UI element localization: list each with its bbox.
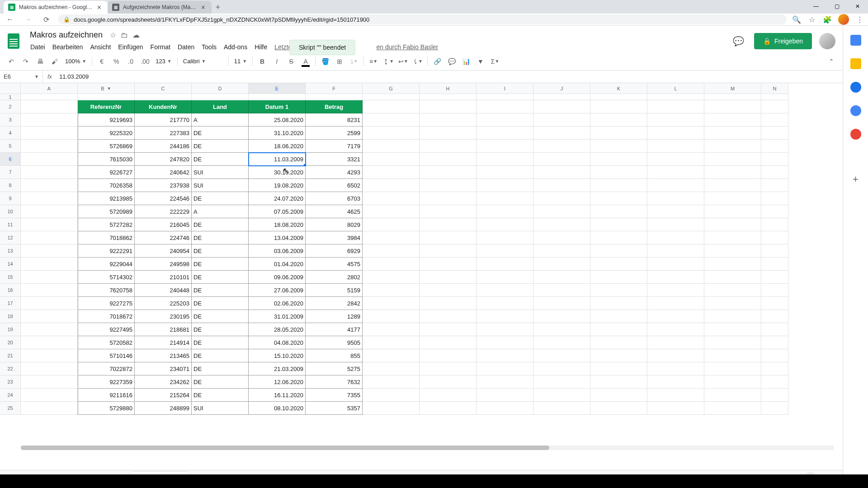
cell-C22[interactable]: 234071 xyxy=(135,362,192,375)
cell-K16[interactable] xyxy=(590,284,647,297)
cell-B11[interactable]: 5727282 xyxy=(78,218,135,231)
cell-N7[interactable] xyxy=(761,166,788,179)
cell-L24[interactable] xyxy=(647,389,704,402)
cell-D22[interactable]: DE xyxy=(192,362,249,375)
cell-M14[interactable] xyxy=(704,258,761,271)
cell-D7[interactable]: SUI xyxy=(192,166,249,179)
cell-B14[interactable]: 9229044 xyxy=(78,258,135,271)
cell-F18[interactable]: 1289 xyxy=(306,310,363,323)
cell-M21[interactable] xyxy=(704,349,761,362)
cell-H2[interactable] xyxy=(420,100,476,113)
cell-F19[interactable]: 4177 xyxy=(306,323,363,336)
cell-F2[interactable]: Betrag xyxy=(306,100,363,113)
row-header-11[interactable]: 11 xyxy=(0,218,21,231)
cell-M15[interactable] xyxy=(704,271,761,284)
cell-L21[interactable] xyxy=(647,349,704,362)
cell-E9[interactable]: 24.07.2020 xyxy=(249,192,306,205)
cell-E13[interactable]: 03.06.2009 xyxy=(249,244,306,258)
cell-I24[interactable] xyxy=(476,389,533,402)
menu-hilfe[interactable]: Hilfe xyxy=(251,42,270,52)
cell-A13[interactable] xyxy=(21,244,78,258)
cell-F10[interactable]: 4625 xyxy=(306,205,363,218)
cell-C10[interactable]: 222229 xyxy=(135,205,192,218)
cell-M4[interactable] xyxy=(704,127,761,140)
cell-N9[interactable] xyxy=(761,192,788,205)
cell-L17[interactable] xyxy=(647,297,704,310)
cell-H4[interactable] xyxy=(420,127,476,140)
cell-G7[interactable] xyxy=(363,166,420,179)
cell-B15[interactable]: 5714302 xyxy=(78,271,135,284)
row-header-12[interactable]: 12 xyxy=(0,231,21,244)
cell-L7[interactable] xyxy=(647,166,704,179)
cell-I21[interactable] xyxy=(476,349,533,362)
row-header-14[interactable]: 14 xyxy=(0,258,21,271)
cell-N24[interactable] xyxy=(761,389,788,402)
cell-M11[interactable] xyxy=(704,218,761,231)
row-header-15[interactable]: 15 xyxy=(0,271,21,284)
bold-button[interactable]: B xyxy=(255,55,269,68)
document-title[interactable]: Makros aufzeichnen xyxy=(27,29,105,41)
cell-A12[interactable] xyxy=(21,231,78,244)
reload-button[interactable]: ⟳ xyxy=(40,13,52,26)
cell-K11[interactable] xyxy=(590,218,647,231)
browser-tab-1[interactable]: ▦ Aufgezeichnete Makros (Makros ✕ xyxy=(108,1,212,14)
row-header-18[interactable]: 18 xyxy=(0,310,21,323)
cell-A2[interactable] xyxy=(21,100,78,113)
cell-B17[interactable]: 9227275 xyxy=(78,297,135,310)
calendar-icon[interactable] xyxy=(850,35,861,46)
cell-G17[interactable] xyxy=(363,297,420,310)
cell-D20[interactable]: DE xyxy=(192,336,249,349)
cell-C12[interactable]: 224746 xyxy=(135,231,192,244)
cell-J6[interactable] xyxy=(533,153,590,166)
column-header-G[interactable]: G xyxy=(363,83,420,94)
cell-J3[interactable] xyxy=(533,113,590,127)
cell-E24[interactable]: 16.11.2020 xyxy=(249,389,306,402)
cell-E11[interactable]: 18.08.2020 xyxy=(249,218,306,231)
cell-I12[interactable] xyxy=(476,231,533,244)
row-header-24[interactable]: 24 xyxy=(0,389,21,402)
cell-C18[interactable]: 230195 xyxy=(135,310,192,323)
cell-K24[interactable] xyxy=(590,389,647,402)
cell-D3[interactable]: A xyxy=(192,113,249,127)
cell-C9[interactable]: 224546 xyxy=(135,192,192,205)
cell-H21[interactable] xyxy=(420,349,476,362)
cell-B25[interactable]: 5729880 xyxy=(78,402,135,415)
cell-H10[interactable] xyxy=(420,205,476,218)
cell-E3[interactable]: 25.08.2020 xyxy=(249,113,306,127)
cell-G18[interactable] xyxy=(363,310,420,323)
cell-A15[interactable] xyxy=(21,271,78,284)
cell-N11[interactable] xyxy=(761,218,788,231)
cell-D2[interactable]: Land xyxy=(192,100,249,113)
cell-F15[interactable]: 2802 xyxy=(306,271,363,284)
column-header-L[interactable]: L xyxy=(647,83,704,94)
cell-D6[interactable]: DE xyxy=(192,153,249,166)
cell-H24[interactable] xyxy=(420,389,476,402)
cell-H20[interactable] xyxy=(420,336,476,349)
insert-chart-button[interactable]: 📊 xyxy=(459,55,473,68)
undo-button[interactable]: ↶ xyxy=(5,55,18,68)
cell-N16[interactable] xyxy=(761,284,788,297)
cell-N18[interactable] xyxy=(761,310,788,323)
cell-I3[interactable] xyxy=(476,113,533,127)
zoom-icon[interactable]: 🔍 xyxy=(792,15,801,24)
cell-F24[interactable]: 7355 xyxy=(306,389,363,402)
cell-I9[interactable] xyxy=(476,192,533,205)
cell-A17[interactable] xyxy=(21,297,78,310)
number-format-select[interactable]: 123▼ xyxy=(153,55,175,68)
cell-I22[interactable] xyxy=(476,362,533,375)
close-window-button[interactable]: ✕ xyxy=(847,0,868,13)
cell-G5[interactable] xyxy=(363,140,420,153)
cell-M20[interactable] xyxy=(704,336,761,349)
cell-D18[interactable]: DE xyxy=(192,310,249,323)
cell-N23[interactable] xyxy=(761,375,788,389)
cell-A20[interactable] xyxy=(21,336,78,349)
add-addon-icon[interactable]: + xyxy=(850,174,861,185)
cell-N2[interactable] xyxy=(761,100,788,113)
cell-E25[interactable]: 08.10.2020 xyxy=(249,402,306,415)
cell-K3[interactable] xyxy=(590,113,647,127)
cell-F22[interactable]: 5275 xyxy=(306,362,363,375)
cell-J10[interactable] xyxy=(533,205,590,218)
cell-M23[interactable] xyxy=(704,375,761,389)
cell-B9[interactable]: 9213985 xyxy=(78,192,135,205)
cell-M16[interactable] xyxy=(704,284,761,297)
